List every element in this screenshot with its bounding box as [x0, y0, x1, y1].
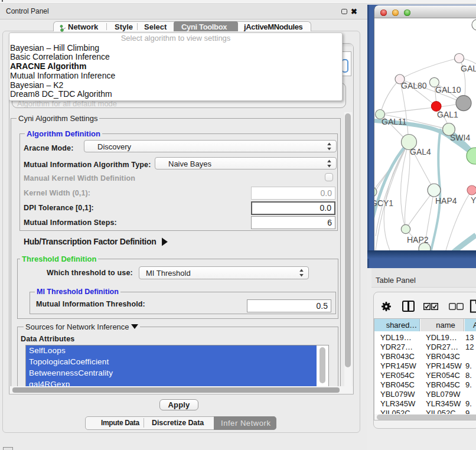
svg-text:GAL7: GAL7: [461, 64, 476, 73]
svg-text:HAP2: HAP2: [407, 235, 429, 244]
svg-text:GAL10: GAL10: [435, 85, 461, 94]
svg-text:GAL80: GAL80: [401, 81, 427, 90]
svg-text:GAL4: GAL4: [410, 147, 431, 156]
svg-text:GAL11: GAL11: [382, 117, 407, 126]
svg-text:HAP4: HAP4: [435, 196, 457, 206]
svg-text:SWI4: SWI4: [450, 133, 470, 142]
svg-text:GAL1: GAL1: [437, 110, 458, 119]
svg-text:GCY1: GCY1: [374, 198, 393, 208]
svg-text:Y: Y: [471, 195, 476, 205]
